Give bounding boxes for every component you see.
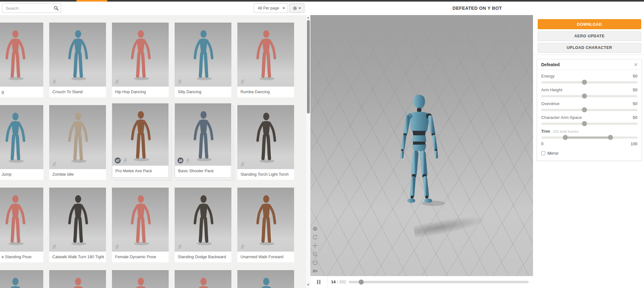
animation-title: Female Dynamic Pose xyxy=(112,252,169,262)
animation-card[interactable]: Catwalk Walk Turn 180 Tight xyxy=(49,188,106,262)
thumbnail-meta xyxy=(177,244,182,249)
animation-thumbnail xyxy=(237,270,294,288)
trim-end-thumb[interactable] xyxy=(608,135,613,140)
trim-range-track[interactable] xyxy=(541,136,637,139)
character-figure xyxy=(112,109,168,166)
character-figure xyxy=(112,276,169,288)
thumbnail-meta xyxy=(114,79,120,84)
camera-icon[interactable] xyxy=(312,268,318,274)
running-man-icon xyxy=(177,244,182,249)
animation-card[interactable]: e Standing Pose xyxy=(0,188,43,262)
download-button[interactable]: DOWNLOAD xyxy=(538,19,641,29)
scrollbar-thumb[interactable] xyxy=(307,20,310,114)
pause-button[interactable] xyxy=(310,276,327,288)
grid-scrollbar[interactable] xyxy=(306,15,310,288)
thumbnail-meta: 47 xyxy=(115,157,128,163)
timeline-slider[interactable] xyxy=(349,281,529,283)
animation-card[interactable] xyxy=(175,270,231,288)
search-icon[interactable] xyxy=(53,5,59,11)
rotate-camera-icon[interactable] xyxy=(312,234,318,240)
running-man-icon xyxy=(123,158,128,163)
settings-gear-button[interactable] xyxy=(289,3,304,13)
slider-label: Overdrive xyxy=(541,101,560,106)
slider-group: Arm Height 50 xyxy=(541,88,637,97)
animation-card[interactable]: 16 Basic Shooter Pack xyxy=(175,103,231,178)
animation-card[interactable]: 47 Pro Melee Axe Pack xyxy=(112,103,169,178)
panel-title: Defeated xyxy=(541,62,560,67)
slider-thumb[interactable] xyxy=(582,107,587,112)
animation-card[interactable] xyxy=(49,270,106,288)
animation-card[interactable] xyxy=(237,270,294,288)
animation-card[interactable]: g xyxy=(0,23,43,97)
running-man-icon xyxy=(240,162,245,167)
mirror-checkbox[interactable] xyxy=(541,151,545,155)
pan-camera-icon[interactable] xyxy=(312,243,318,248)
animation-card[interactable] xyxy=(0,270,43,288)
thumbnail-meta xyxy=(114,244,120,249)
close-icon[interactable]: × xyxy=(634,62,637,67)
upload-character-button[interactable]: UPLOAD CHARACTER xyxy=(538,43,641,53)
thumbnail-meta xyxy=(240,244,245,249)
slider-thumb[interactable] xyxy=(582,121,587,126)
thumbnail-meta xyxy=(52,162,57,167)
animation-title: Basic Shooter Pack xyxy=(175,166,231,176)
per-page-select[interactable]: 48 Per page xyxy=(254,4,288,13)
slider-thumb[interactable] xyxy=(582,80,587,85)
search-input[interactable] xyxy=(3,4,61,13)
trim-max-label: 100 xyxy=(631,141,637,146)
animation-card[interactable]: Standing Dodge Backward xyxy=(175,188,231,262)
character-figure xyxy=(237,193,294,252)
running-man-icon xyxy=(185,158,191,163)
slider-label-row: Character Arm-Space 50 xyxy=(541,115,637,120)
animation-thumbnail xyxy=(237,23,294,87)
running-man-icon xyxy=(240,244,245,249)
animation-card[interactable]: Jump xyxy=(0,105,43,180)
character-figure xyxy=(49,111,106,169)
thumbnail-meta xyxy=(240,162,245,167)
animation-card[interactable]: Hip Hop Dancing xyxy=(112,23,169,97)
frame-counter: 14/202 xyxy=(331,276,346,288)
animation-card[interactable]: Crouch To Stand xyxy=(49,23,106,97)
animation-title: Silly Dancing xyxy=(175,87,231,97)
pack-count-badge: 16 xyxy=(177,157,183,163)
character-face-icon[interactable] xyxy=(312,226,318,232)
animation-card[interactable]: Rumba Dancing xyxy=(237,23,294,97)
trim-start-thumb[interactable] xyxy=(563,135,568,140)
animation-card[interactable]: Zombie Idle xyxy=(49,105,106,180)
timeline-thumb[interactable] xyxy=(359,280,364,285)
aero-update-button[interactable]: AERO UPDATE xyxy=(538,31,641,41)
animation-card[interactable]: Standing Torch Light Torch xyxy=(237,105,294,180)
scroll-up-arrow-icon[interactable] xyxy=(307,17,309,19)
slider-track[interactable] xyxy=(541,95,637,97)
trim-total-frames: 203 total frames xyxy=(553,130,578,133)
animation-title: Crouch To Stand xyxy=(49,87,106,97)
character-figure xyxy=(237,111,294,169)
scroll-down-arrow-icon[interactable] xyxy=(307,284,309,286)
slider-groups: Energy 50 Arm Height 50 Overdrive 50 Cha… xyxy=(541,74,637,125)
slider-label: Arm Height xyxy=(541,88,562,92)
reset-power-icon[interactable] xyxy=(312,260,318,265)
character-model[interactable] xyxy=(393,68,446,232)
character-figure xyxy=(237,276,294,288)
animation-card[interactable]: Unarmed Walk Forward xyxy=(237,188,294,262)
character-figure xyxy=(49,276,106,288)
zoom-camera-icon[interactable] xyxy=(312,251,318,257)
playback-bar: 14/202 xyxy=(310,276,533,288)
animation-grid: g Crouch To Stand xyxy=(0,23,294,288)
animation-title: Pro Melee Axe Pack xyxy=(112,166,168,176)
animation-thumbnail xyxy=(0,270,43,288)
running-man-icon xyxy=(52,244,57,249)
slider-thumb[interactable] xyxy=(582,93,587,99)
animation-card[interactable] xyxy=(112,270,169,288)
panel-body: Energy 50 Arm Height 50 Overdrive 50 Cha… xyxy=(537,70,641,161)
frame-separator: / xyxy=(337,280,338,284)
animation-thumbnail xyxy=(49,188,106,252)
animation-card[interactable]: Female Dynamic Pose xyxy=(112,188,169,262)
slider-track[interactable] xyxy=(541,109,637,111)
mirror-label: Mirror xyxy=(547,151,558,156)
animation-card[interactable]: Silly Dancing xyxy=(175,23,231,97)
slider-track[interactable] xyxy=(541,123,637,125)
running-man-icon xyxy=(240,79,245,84)
slider-track[interactable] xyxy=(541,81,637,83)
3d-viewport[interactable]: 14/202 xyxy=(310,15,533,288)
